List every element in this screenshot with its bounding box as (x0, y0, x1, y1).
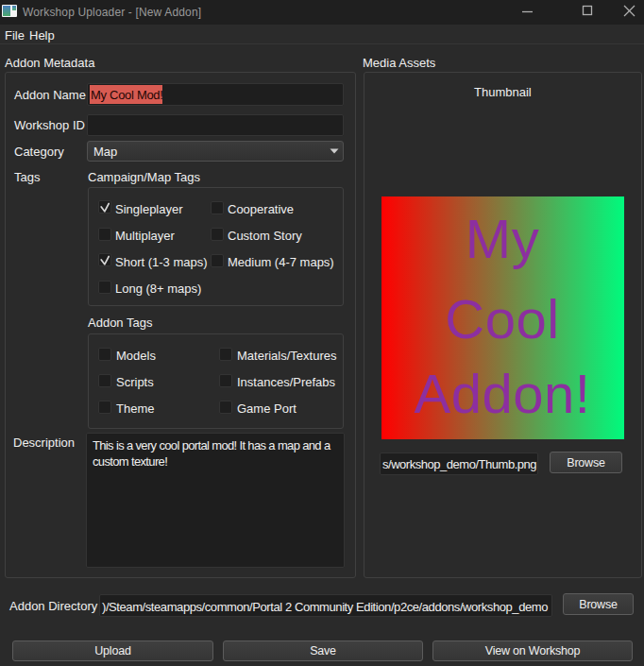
svg-text:Addon!: Addon! (415, 363, 591, 424)
svg-text:Cool: Cool (445, 288, 559, 350)
svg-text:My: My (466, 208, 539, 269)
